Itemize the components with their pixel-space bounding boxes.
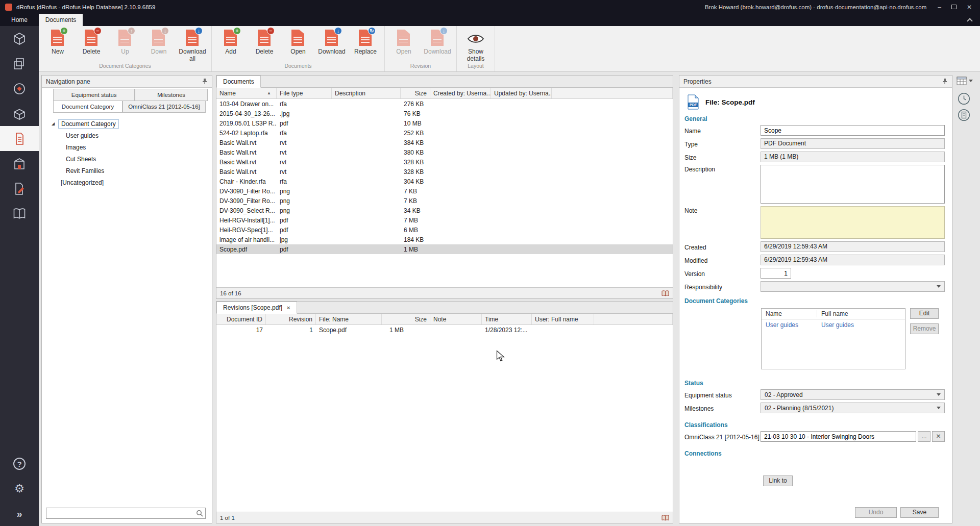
table-row[interactable]: 17 1 Scope.pdf 1 MB 1/28/2023 12:... (216, 325, 673, 335)
ribbon-collapse-icon[interactable] (967, 18, 972, 23)
tree-node-child[interactable]: User guides (42, 130, 212, 141)
tab-document-category[interactable]: Document Category (53, 101, 122, 113)
tree-node-child[interactable]: Images (42, 141, 212, 153)
tab-home[interactable]: Home (0, 14, 39, 26)
close-icon[interactable]: ✕ (967, 4, 972, 10)
sidebar-item-specifications[interactable] (0, 176, 39, 201)
table-row[interactable]: DV-3090_Select R... png 34 KB (216, 206, 673, 215)
table-row[interactable]: User guides User guides (762, 319, 905, 330)
column-header-file-type[interactable]: File type (277, 88, 332, 98)
tab-revisions[interactable]: Revisions [Scope.pdf] ✕ (216, 302, 297, 314)
tab-documents-list[interactable]: Documents (216, 76, 261, 88)
column-header-document-id[interactable]: Document ID (216, 314, 266, 324)
table-row[interactable]: Basic Wall.rvt rvt 384 KB (216, 138, 673, 147)
column-header-name[interactable]: Name▲ (216, 88, 277, 98)
table-row[interactable]: 2019.05.01 LS3P R... pdf 10 MB (216, 118, 673, 128)
milestones-dropdown[interactable]: 02 - Planning (8/15/2021) (761, 403, 945, 413)
table-row[interactable]: DV-3090_Filter Ro... png 7 KB (216, 196, 673, 206)
omniclass-field[interactable] (761, 431, 916, 442)
delete-category-button[interactable]: − Delete (75, 27, 108, 63)
report-book-icon[interactable] (662, 290, 669, 296)
tree-node-child[interactable]: Cut Sheets (42, 153, 212, 165)
column-header-updated-by[interactable]: Updated by: Userna... (491, 88, 552, 98)
search-input[interactable] (46, 508, 206, 519)
column-header-created-by[interactable]: Created by: Userna... (430, 88, 491, 98)
column-header-size[interactable]: Size (401, 88, 430, 98)
description-field[interactable] (761, 165, 945, 204)
add-document-button[interactable]: + Add (214, 27, 248, 63)
tree-node-root[interactable]: ◢ Document Category (42, 118, 212, 130)
tab-milestones[interactable]: Milestones (135, 89, 208, 101)
remove-button[interactable]: Remove (910, 323, 939, 334)
tab-omniclass[interactable]: OmniClass 21 [2012-05-16] (122, 101, 206, 113)
undo-button[interactable]: Undo (855, 507, 897, 518)
sidebar-item-items[interactable] (0, 101, 39, 126)
table-row[interactable]: Chair - Kinder.rfa rfa 304 KB (216, 177, 673, 186)
edit-button[interactable]: Edit (910, 308, 939, 319)
sidebar-item-rooms[interactable] (0, 26, 39, 51)
replace-document-button[interactable]: ↻ Replace (349, 27, 382, 63)
table-row[interactable]: DV-3090_Filter Ro... png 7 KB (216, 186, 673, 196)
new-category-button[interactable]: + New (41, 27, 75, 63)
tree-node-child[interactable]: Revit Families (42, 165, 212, 177)
maximize-icon[interactable] (951, 5, 957, 9)
column-header-user[interactable]: User: Full name (532, 314, 594, 324)
report-book-icon[interactable] (662, 515, 669, 521)
tree-expander-icon[interactable]: ◢ (52, 121, 58, 126)
responsibility-dropdown[interactable] (761, 281, 945, 292)
close-tab-icon[interactable]: ✕ (286, 305, 290, 311)
column-header-file-name[interactable]: File: Name (316, 314, 382, 324)
column-header-size[interactable]: Size (382, 314, 430, 324)
sidebar-item-typical-rooms[interactable] (0, 51, 39, 76)
sidebar-item-logbook[interactable] (0, 201, 39, 226)
table-row[interactable]: Heil-RGV-Install[1]... pdf 7 MB (216, 215, 673, 225)
open-revision-button[interactable]: Open (387, 27, 421, 63)
link-to-button[interactable]: Link to (763, 475, 793, 486)
table-row[interactable]: Scope.pdf pdf 1 MB (216, 244, 673, 254)
move-up-button[interactable]: ↑ Up (108, 27, 142, 63)
omniclass-browse-button[interactable]: ... (918, 431, 930, 442)
delete-document-button[interactable]: − Delete (248, 27, 281, 63)
column-header-revision[interactable]: Revision (266, 314, 316, 324)
move-down-button[interactable]: ↓ Down (142, 27, 176, 63)
table-row[interactable]: 2015-04-30_13-26... .jpg 76 KB (216, 109, 673, 118)
minimize-icon[interactable]: – (938, 4, 941, 10)
version-field[interactable] (761, 268, 791, 279)
name-field[interactable] (761, 125, 945, 136)
tab-equipment-status[interactable]: Equipment status (53, 89, 135, 101)
dc-cell-full-name[interactable]: User guides (817, 321, 858, 329)
table-row[interactable]: Basic Wall.rvt rvt 380 KB (216, 147, 673, 157)
tree-node-uncategorized[interactable]: [Uncategorized] (42, 177, 212, 188)
omniclass-clear-button[interactable]: ✕ (932, 431, 945, 442)
equipment-status-dropdown[interactable]: 02 - Approved (761, 389, 945, 400)
note-field[interactable] (761, 206, 945, 239)
download-all-button[interactable]: ↓ Download all (176, 27, 209, 63)
table-row[interactable]: Heil-RGV-Spec[1]... pdf 6 MB (216, 225, 673, 235)
column-header-note[interactable]: Note (430, 314, 482, 324)
properties-layout-button[interactable] (957, 77, 973, 85)
column-header-time[interactable]: Time (482, 314, 532, 324)
download-revision-button[interactable]: ↓ Download (421, 27, 454, 63)
table-row[interactable]: Basic Wall.rvt rvt 328 KB (216, 167, 673, 177)
pin-icon[interactable] (202, 78, 208, 85)
log-button[interactable] (958, 109, 970, 121)
sidebar-item-documents[interactable] (0, 126, 39, 151)
show-details-button[interactable]: Show details (459, 27, 493, 63)
history-button[interactable] (958, 92, 970, 105)
tab-documents[interactable]: Documents (39, 14, 83, 26)
save-button[interactable]: Save (900, 507, 939, 518)
search-icon[interactable] (196, 510, 203, 517)
download-document-button[interactable]: ↓ Download (315, 27, 349, 63)
column-header-description[interactable]: Description (332, 88, 401, 98)
table-row[interactable]: 103-04 Drawer on... rfa 276 KB (216, 99, 673, 109)
dc-cell-name[interactable]: User guides (762, 321, 817, 329)
sidebar-item-reports[interactable] (0, 151, 39, 176)
pin-icon[interactable] (942, 78, 948, 85)
table-row[interactable]: Basic Wall.rvt rvt 328 KB (216, 157, 673, 167)
open-document-button[interactable]: Open (281, 27, 315, 63)
sidebar-item-systems[interactable] (0, 76, 39, 101)
sidebar-item-settings[interactable]: ⚙ (0, 476, 39, 501)
table-row[interactable]: 524-02 Laptop.rfa rfa 252 KB (216, 128, 673, 138)
table-row[interactable]: image of air handli... jpg 184 KB (216, 235, 673, 244)
sidebar-item-expand[interactable]: » (0, 501, 39, 526)
